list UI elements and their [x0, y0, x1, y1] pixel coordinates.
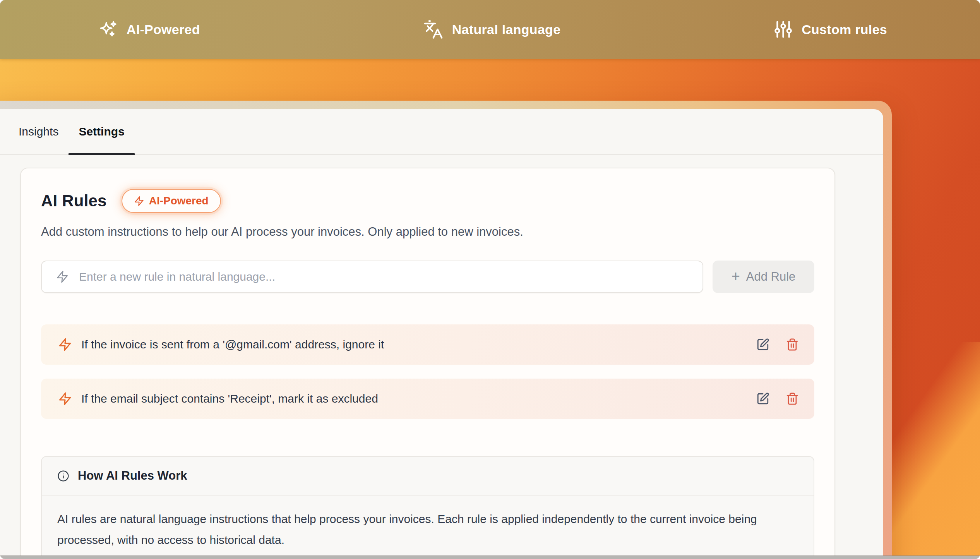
trash-icon: [786, 338, 799, 351]
info-icon: [57, 470, 69, 482]
badge-label: AI-Powered: [149, 195, 209, 207]
plus-icon: +: [732, 268, 740, 285]
edit-icon: [756, 338, 769, 351]
screen-bottom-edge: [0, 556, 980, 559]
trash-icon: [786, 392, 799, 405]
tab-bar: Insights Settings: [0, 109, 883, 155]
feature-custom-rules: Custom rules: [773, 0, 887, 59]
edit-rule-button[interactable]: [756, 392, 769, 405]
rule-input-wrap: [41, 261, 703, 293]
tab-insights[interactable]: Insights: [9, 109, 69, 154]
marketing-screenshot: AI-Powered Natural language Custom rules…: [0, 0, 980, 559]
new-rule-input[interactable]: [41, 261, 703, 293]
delete-rule-button[interactable]: [786, 338, 799, 351]
bolt-icon: [58, 338, 72, 352]
feature-ai-powered: AI-Powered: [98, 0, 200, 59]
ai-rules-card: AI Rules AI-Powered Add custom instructi…: [20, 168, 835, 559]
edit-icon: [756, 392, 769, 405]
rule-actions: [756, 392, 799, 405]
rules-list: If the invoice is sent from a '@gmail.co…: [41, 324, 814, 419]
feature-natural-language: Natural language: [423, 0, 561, 59]
ai-powered-badge: AI-Powered: [122, 189, 221, 213]
feature-label: Custom rules: [802, 22, 887, 37]
card-title-row: AI Rules AI-Powered: [41, 189, 814, 213]
tab-settings[interactable]: Settings: [69, 109, 134, 154]
rule-text: If the email subject contains 'Receipt',…: [81, 392, 756, 405]
info-title: How AI Rules Work: [78, 469, 187, 483]
info-body: AI rules are natural language instructio…: [42, 496, 810, 550]
feature-label: AI-Powered: [127, 22, 200, 37]
how-rules-work-box: How AI Rules Work AI rules are natural l…: [41, 456, 814, 559]
feature-label: Natural language: [452, 22, 561, 37]
page-title: AI Rules: [41, 192, 107, 210]
sparkles-icon: [98, 19, 118, 39]
bolt-icon: [58, 392, 72, 406]
feature-banner: AI-Powered Natural language Custom rules: [0, 0, 980, 59]
rule-actions: [756, 338, 799, 351]
rule-row: If the email subject contains 'Receipt',…: [41, 379, 814, 419]
edit-rule-button[interactable]: [756, 338, 769, 351]
sliders-icon: [773, 19, 793, 39]
translate-icon: [423, 19, 444, 39]
delete-rule-button[interactable]: [786, 392, 799, 405]
add-rule-label: Add Rule: [746, 270, 796, 284]
rule-row: If the invoice is sent from a '@gmail.co…: [41, 324, 814, 365]
card-description: Add custom instructions to help our AI p…: [41, 224, 814, 240]
new-rule-row: + Add Rule: [41, 261, 814, 293]
info-header: How AI Rules Work: [42, 457, 814, 496]
rule-text: If the invoice is sent from a '@gmail.co…: [81, 338, 756, 351]
app-window: Insights Settings AI Rules AI-Powered Ad…: [0, 109, 883, 559]
bolt-icon: [134, 196, 144, 206]
add-rule-button[interactable]: + Add Rule: [713, 261, 814, 293]
